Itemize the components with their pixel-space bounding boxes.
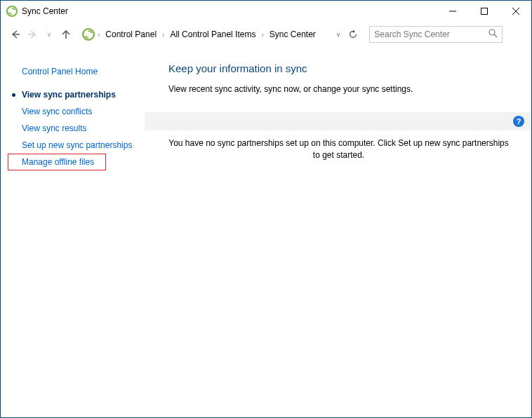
search-icon [488, 29, 498, 40]
navbar: v › Control Panel › All Control Panel It… [1, 22, 531, 47]
sidebar-item-view-results[interactable]: View sync results [8, 120, 145, 137]
sidebar-item-view-partnerships[interactable]: View sync partnerships [8, 86, 145, 103]
forward-button[interactable] [25, 27, 40, 42]
breadcrumb-icon [82, 28, 95, 41]
sync-center-icon [6, 6, 18, 17]
refresh-icon [348, 29, 358, 39]
up-button[interactable] [58, 27, 74, 42]
close-button[interactable] [500, 1, 531, 22]
back-arrow-icon [10, 29, 21, 40]
sidebar: Control Panel Home View sync partnership… [1, 60, 145, 417]
svg-point-11 [489, 29, 495, 35]
breadcrumb-control-panel[interactable]: Control Panel [102, 28, 159, 41]
page-subtext: View recent sync activity, sync now, or … [168, 84, 523, 112]
page-heading: Keep your information in sync [168, 60, 523, 84]
svg-line-12 [494, 34, 497, 37]
maximize-icon [481, 8, 488, 15]
search-input[interactable]: Search Sync Center [369, 26, 503, 43]
up-arrow-icon [60, 29, 72, 40]
help-button[interactable]: ? [513, 116, 524, 127]
breadcrumb-sync-center[interactable]: Sync Center [267, 28, 319, 41]
refresh-button[interactable] [345, 27, 361, 42]
chevron-down-icon: v [48, 31, 51, 38]
maximize-button[interactable] [468, 1, 500, 22]
empty-message: You have no sync partnerships set up on … [168, 130, 523, 161]
toolbar: ? [145, 112, 531, 130]
svg-rect-3 [481, 8, 487, 15]
window-frame: Sync Center v › Control Panel › All Cont… [0, 0, 532, 418]
back-button[interactable] [8, 27, 23, 42]
close-icon [512, 8, 519, 15]
recent-dropdown[interactable]: v [41, 27, 57, 42]
address-dropdown[interactable]: v [320, 31, 345, 38]
body: Control Panel Home View sync partnership… [1, 47, 531, 417]
main-content: Keep your information in sync View recen… [145, 60, 531, 417]
sidebar-item-view-conflicts[interactable]: View sync conflicts [8, 103, 145, 120]
window-title: Sync Center [22, 6, 68, 16]
sidebar-item-manage-offline[interactable]: Manage offline files [8, 154, 106, 170]
search-placeholder: Search Sync Center [374, 29, 488, 39]
breadcrumb-sep-icon: › [161, 31, 166, 39]
breadcrumb-all-items[interactable]: All Control Panel Items [167, 28, 258, 41]
breadcrumb-sep-icon: › [260, 31, 265, 39]
titlebar: Sync Center [1, 1, 531, 22]
control-panel-home-link[interactable]: Control Panel Home [8, 64, 145, 86]
minimize-button[interactable] [437, 1, 468, 22]
breadcrumb-sep-icon: › [96, 31, 101, 39]
forward-arrow-icon [27, 29, 38, 40]
help-icon: ? [517, 117, 521, 126]
sidebar-item-setup-new[interactable]: Set up new sync partnerships [8, 137, 145, 154]
minimize-icon [449, 8, 456, 15]
